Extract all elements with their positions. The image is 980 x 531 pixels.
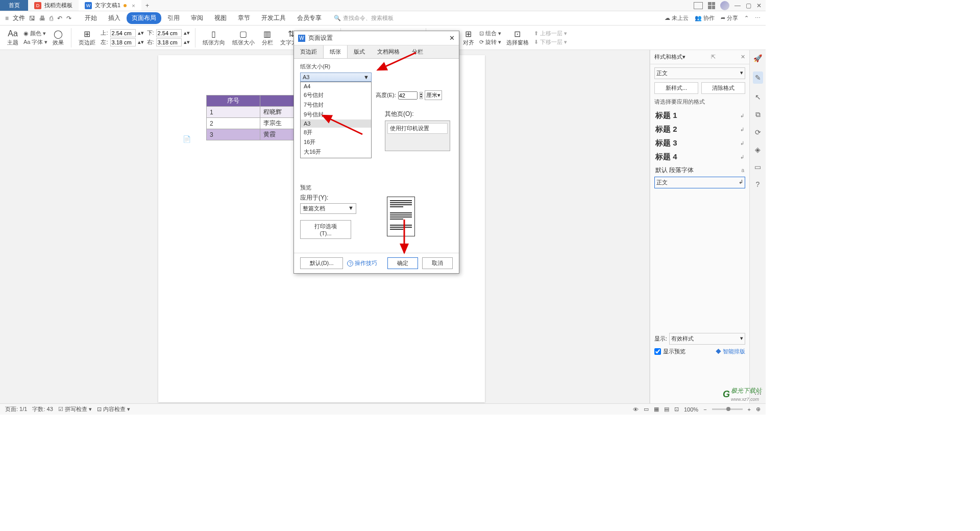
height-input[interactable]: [398, 91, 418, 100]
zoom-value[interactable]: 100%: [684, 406, 698, 413]
rotate-button[interactable]: ⟳ 旋转▾: [479, 38, 501, 46]
effect-button[interactable]: ◯效果: [51, 29, 66, 46]
menu-icon[interactable]: ≡: [5, 15, 9, 22]
combo-item[interactable]: 16开: [301, 137, 371, 147]
combo-item[interactable]: 大16开: [301, 147, 371, 157]
zoom-in-icon[interactable]: +: [748, 406, 751, 413]
tab-document[interactable]: W 文字文稿1 ×: [79, 0, 141, 11]
cloud-status[interactable]: ☁ 未上云: [665, 14, 689, 22]
fit-icon[interactable]: ⊡: [674, 406, 679, 413]
location-icon[interactable]: ◈: [755, 146, 761, 154]
tab-page-layout[interactable]: 页面布局: [127, 12, 161, 24]
tab-insert[interactable]: 插入: [103, 12, 126, 24]
other-pages-box[interactable]: 使用打印机设置: [385, 120, 450, 151]
style-heading2[interactable]: 标题 2↲: [654, 123, 745, 136]
page-break-icon[interactable]: 📄: [183, 135, 191, 143]
style-body[interactable]: 正文↲: [654, 177, 745, 188]
dlg-tab-paper[interactable]: 纸张: [323, 45, 348, 58]
collab-button[interactable]: 👥 协作: [695, 14, 715, 22]
close-window-icon[interactable]: ✕: [756, 2, 762, 9]
window-select-icon[interactable]: [694, 2, 703, 9]
columns-button[interactable]: ▥分栏: [260, 29, 275, 46]
preview-checkbox[interactable]: [654, 348, 661, 355]
help-icon[interactable]: ?: [756, 180, 760, 188]
dialog-close-icon[interactable]: ✕: [449, 34, 455, 42]
margin-right-input[interactable]: [156, 38, 182, 46]
close-icon[interactable]: ×: [132, 3, 135, 9]
tab-start[interactable]: 开始: [80, 12, 102, 24]
tab-developer[interactable]: 开发工具: [256, 12, 291, 24]
selection-pane-button[interactable]: ⊡选择窗格: [504, 29, 531, 46]
style-heading3[interactable]: 标题 3↲: [654, 136, 745, 150]
bring-forward-button[interactable]: ⬆ 上移一层▾: [534, 30, 567, 37]
apply-combo[interactable]: 整篇文档▼: [300, 203, 356, 214]
margin-bottom-input[interactable]: [156, 29, 182, 37]
new-tab-button[interactable]: +: [141, 0, 154, 11]
current-style[interactable]: 正文▾: [654, 67, 745, 79]
fullscreen-icon[interactable]: ⊕: [756, 406, 761, 413]
view-web-icon[interactable]: ▦: [654, 406, 659, 413]
margins-button[interactable]: ⊞页边距: [77, 29, 97, 46]
paper-size-combo[interactable]: A3▼ A4 6号信封 7号信封 9号信封 A3 8开 16开 大16开 32开…: [300, 73, 372, 82]
tab-review[interactable]: 审阅: [186, 12, 208, 24]
redo-icon[interactable]: ↷: [66, 15, 71, 22]
zoom-out-icon[interactable]: −: [703, 406, 706, 413]
avatar[interactable]: [720, 1, 729, 10]
tips-link[interactable]: ?操作技巧: [347, 259, 377, 267]
link-icon[interactable]: ⧉: [755, 110, 761, 119]
font-button[interactable]: Aa 字体▾: [23, 38, 47, 46]
save-icon[interactable]: 🖫: [29, 15, 35, 22]
tab-home[interactable]: 首页: [0, 0, 28, 11]
refresh-icon[interactable]: ⟳: [755, 128, 761, 136]
combo-item[interactable]: 32开: [301, 157, 371, 158]
tab-docer[interactable]: D 找稻壳模板: [28, 0, 79, 11]
style-default-font[interactable]: 默认 段落字体a: [654, 164, 745, 177]
height-spinner[interactable]: ▴▾: [420, 92, 423, 99]
page-size-button[interactable]: ▢纸张大小: [230, 29, 257, 46]
pointer-icon[interactable]: ↖: [755, 93, 761, 101]
tab-references[interactable]: 引用: [162, 12, 185, 24]
combo-item[interactable]: A3: [301, 119, 371, 128]
smart-layout-link[interactable]: ◆ 智能排版: [716, 348, 745, 355]
zoom-slider[interactable]: [712, 408, 743, 410]
app-grid-icon[interactable]: [708, 2, 715, 9]
margin-left-input[interactable]: [110, 38, 136, 46]
minimize-icon[interactable]: —: [734, 2, 741, 9]
maximize-icon[interactable]: ▢: [746, 2, 751, 9]
view-outline-icon[interactable]: ▤: [664, 406, 669, 413]
tab-view[interactable]: 视图: [209, 12, 232, 24]
dlg-tab-grid[interactable]: 文档网格: [371, 45, 406, 58]
share-button[interactable]: ➦ 分享: [721, 14, 738, 22]
dlg-tab-margins[interactable]: 页边距: [294, 45, 323, 58]
unit-select[interactable]: 厘米▾: [425, 90, 442, 100]
theme-group[interactable]: Aa主题: [5, 29, 20, 46]
more-icon[interactable]: ⋯: [755, 15, 761, 21]
spell-check[interactable]: ☑ 拼写检查 ▾: [58, 405, 92, 413]
combo-item[interactable]: 8开: [301, 128, 371, 137]
print-preview-icon[interactable]: ⎙: [50, 15, 53, 22]
undo-icon[interactable]: ↶: [57, 15, 62, 22]
new-style-button[interactable]: 新样式...: [654, 82, 698, 94]
brush-icon[interactable]: ✎: [753, 71, 763, 84]
word-count[interactable]: 字数: 43: [32, 405, 53, 413]
cancel-button[interactable]: 取消: [422, 257, 453, 269]
style-heading4[interactable]: 标题 4↲: [654, 150, 745, 164]
print-icon[interactable]: 🖶: [39, 15, 45, 22]
page-status[interactable]: 页面: 1/1: [5, 405, 27, 413]
book-icon[interactable]: ▭: [754, 163, 761, 171]
rocket-icon[interactable]: 🚀: [753, 54, 762, 62]
file-menu[interactable]: 文件: [13, 14, 25, 22]
view-print-icon[interactable]: ▭: [644, 406, 649, 413]
combo-item[interactable]: 6号信封: [301, 90, 371, 100]
show-select[interactable]: 有效样式▾: [669, 333, 745, 345]
orientation-button[interactable]: ▯纸张方向: [201, 29, 227, 46]
combo-item[interactable]: 9号信封: [301, 110, 371, 119]
search-area[interactable]: 🔍 查找命令、搜索模板: [334, 14, 394, 22]
send-backward-button[interactable]: ⬇ 下移一层▾: [534, 38, 567, 46]
combo-item[interactable]: A4: [301, 82, 371, 90]
content-check[interactable]: ⊡ 内容检查 ▾: [97, 405, 130, 413]
tab-chapter[interactable]: 章节: [233, 12, 255, 24]
default-button[interactable]: 默认(D)...: [300, 257, 343, 269]
tab-member[interactable]: 会员专享: [292, 12, 327, 24]
view-eye-icon[interactable]: 👁: [633, 406, 639, 413]
